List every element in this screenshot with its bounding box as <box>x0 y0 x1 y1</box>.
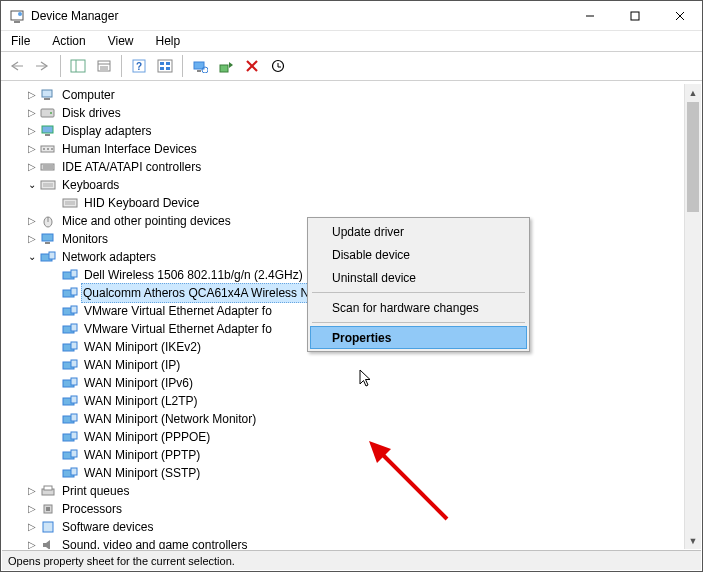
tree-item-net-sstp[interactable]: WAN Miniport (SSTP) <box>2 464 701 482</box>
chevron-right-icon[interactable]: ▷ <box>24 104 40 122</box>
tree-item-net-pptp[interactable]: WAN Miniport (PPTP) <box>2 446 701 464</box>
menu-view[interactable]: View <box>104 33 138 49</box>
scroll-up-button[interactable]: ▲ <box>685 84 701 101</box>
network-adapter-icon <box>62 321 78 337</box>
tree-item-net-ip[interactable]: WAN Miniport (IP) <box>2 356 701 374</box>
svg-rect-79 <box>44 486 52 490</box>
chevron-right-icon[interactable]: ▷ <box>24 86 40 104</box>
network-icon <box>40 249 56 265</box>
scan-hardware-button[interactable] <box>188 54 212 78</box>
ctx-disable-device[interactable]: Disable device <box>310 243 527 266</box>
svg-rect-69 <box>71 396 77 403</box>
close-button[interactable] <box>657 1 702 30</box>
tree-item-net-l2tp[interactable]: WAN Miniport (L2TP) <box>2 392 701 410</box>
network-adapter-icon <box>62 339 78 355</box>
sound-icon <box>40 537 56 549</box>
chevron-right-icon[interactable]: ▷ <box>24 518 40 536</box>
uninstall-button[interactable] <box>240 54 264 78</box>
ctx-separator <box>312 292 525 293</box>
chevron-right-icon[interactable]: ▷ <box>24 500 40 518</box>
statusbar: Opens property sheet for the current sel… <box>2 550 701 570</box>
svg-rect-59 <box>71 306 77 313</box>
svg-point-37 <box>47 148 49 150</box>
tree-item-keyboards[interactable]: ⌄ Keyboards <box>2 176 701 194</box>
help-button[interactable]: ? <box>127 54 151 78</box>
tree-item-software-devices[interactable]: ▷ Software devices <box>2 518 701 536</box>
minimize-button[interactable] <box>567 1 612 30</box>
toolbar-sep <box>182 55 183 77</box>
tree-item-hid[interactable]: ▷ Human Interface Devices <box>2 140 701 158</box>
tree-item-ide[interactable]: ▷ IDE ATA/ATAPI controllers <box>2 158 701 176</box>
printer-icon <box>40 483 56 499</box>
maximize-button[interactable] <box>612 1 657 30</box>
svg-rect-53 <box>49 252 55 259</box>
svg-point-24 <box>202 67 208 73</box>
chevron-right-icon[interactable]: ▷ <box>24 482 40 500</box>
app-icon <box>9 8 25 24</box>
show-hide-tree-button[interactable] <box>66 54 90 78</box>
svg-rect-18 <box>160 62 164 65</box>
svg-rect-17 <box>158 60 172 72</box>
network-adapter-icon <box>62 429 78 445</box>
network-adapter-icon <box>62 267 78 283</box>
chevron-down-icon[interactable]: ⌄ <box>24 176 40 194</box>
tree-item-net-pppoe[interactable]: WAN Miniport (PPPOE) <box>2 428 701 446</box>
titlebar: Device Manager <box>1 1 702 31</box>
menu-action[interactable]: Action <box>48 33 89 49</box>
tree-item-processors[interactable]: ▷ Processors <box>2 500 701 518</box>
tree-item-sound[interactable]: ▷ Sound, video and game controllers <box>2 536 701 549</box>
monitor-icon <box>40 231 56 247</box>
svg-rect-20 <box>160 67 164 70</box>
svg-rect-65 <box>71 360 77 367</box>
chevron-right-icon[interactable]: ▷ <box>24 536 40 549</box>
network-adapter-icon <box>62 375 78 391</box>
chevron-down-icon[interactable]: ⌄ <box>24 248 40 266</box>
svg-rect-31 <box>41 109 54 117</box>
ctx-update-driver[interactable]: Update driver <box>310 220 527 243</box>
svg-rect-82 <box>43 522 53 532</box>
chevron-right-icon[interactable]: ▷ <box>24 212 40 230</box>
action-button[interactable] <box>153 54 177 78</box>
chevron-right-icon[interactable]: ▷ <box>24 140 40 158</box>
svg-rect-45 <box>63 199 77 207</box>
chevron-right-icon[interactable]: ▷ <box>24 122 40 140</box>
properties-button[interactable] <box>92 54 116 78</box>
svg-rect-51 <box>45 242 50 244</box>
tree-item-net-ipv6[interactable]: WAN Miniport (IPv6) <box>2 374 701 392</box>
ctx-uninstall-device[interactable]: Uninstall device <box>310 266 527 289</box>
disk-icon <box>40 105 56 121</box>
tree-item-print-queues[interactable]: ▷ Print queues <box>2 482 701 500</box>
update-driver-button[interactable] <box>214 54 238 78</box>
menu-file[interactable]: File <box>7 33 34 49</box>
tree-item-computer[interactable]: ▷ Computer <box>2 86 701 104</box>
svg-rect-63 <box>71 342 77 349</box>
scroll-thumb[interactable] <box>687 102 699 212</box>
chevron-right-icon[interactable]: ▷ <box>24 230 40 248</box>
svg-rect-1 <box>14 21 20 23</box>
menubar: File Action View Help <box>1 31 702 51</box>
tree-item-display[interactable]: ▷ Display adapters <box>2 122 701 140</box>
svg-rect-19 <box>166 62 170 65</box>
network-adapter-icon <box>62 285 78 301</box>
chevron-right-icon[interactable]: ▷ <box>24 158 40 176</box>
svg-rect-55 <box>71 270 77 277</box>
tree-item-hid-keyboard[interactable]: HID Keyboard Device <box>2 194 701 212</box>
svg-rect-25 <box>220 65 228 72</box>
ctx-properties[interactable]: Properties <box>310 326 527 349</box>
svg-rect-57 <box>71 288 77 295</box>
menu-help[interactable]: Help <box>152 33 185 49</box>
scroll-down-button[interactable]: ▼ <box>685 532 701 549</box>
network-adapter-icon <box>62 357 78 373</box>
ctx-scan-hardware[interactable]: Scan for hardware changes <box>310 296 527 319</box>
disable-button[interactable] <box>266 54 290 78</box>
svg-rect-21 <box>166 67 170 70</box>
forward-button <box>31 54 55 78</box>
svg-rect-73 <box>71 432 77 439</box>
tree-item-disk-drives[interactable]: ▷ Disk drives <box>2 104 701 122</box>
vertical-scrollbar[interactable]: ▲ ▼ <box>684 84 701 549</box>
tree-item-net-netmon[interactable]: WAN Miniport (Network Monitor) <box>2 410 701 428</box>
toolbar-sep <box>121 55 122 77</box>
toolbar: ? <box>1 51 702 81</box>
svg-rect-42 <box>41 181 55 189</box>
svg-text:?: ? <box>136 61 142 72</box>
